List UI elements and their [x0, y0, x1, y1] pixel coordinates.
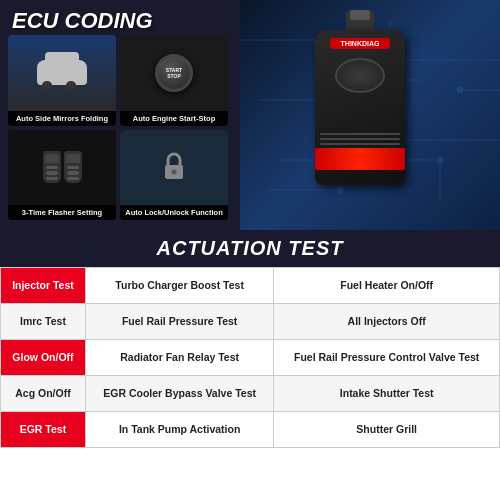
table-cell: Imrc Test: [1, 304, 86, 340]
device-connector: [346, 10, 374, 30]
table-cell: Acg On/Off: [1, 376, 86, 412]
device-body: THINKDIAG: [315, 30, 405, 185]
flasher-label: 3-Time Flasher Setting: [8, 205, 116, 220]
table-cell: Shutter Grill: [274, 412, 500, 448]
actuation-title: ACTUATION TEST: [0, 230, 500, 267]
table-row: Injector TestTurbo Charger Boost TestFue…: [1, 268, 500, 304]
table-cell: EGR Test: [1, 412, 86, 448]
actuation-table: Injector TestTurbo Charger Boost TestFue…: [0, 267, 500, 448]
start-button-icon: STARTSTOP: [155, 54, 193, 92]
mirrors-image: [8, 35, 116, 111]
mirrors-label: Auto Side Mirrors Folding: [8, 111, 116, 126]
svg-point-20: [172, 170, 177, 175]
table-row: Imrc TestFuel Rail Pressure TestAll Inje…: [1, 304, 500, 340]
top-section: ECU CODING: [0, 0, 500, 230]
feature-flasher: 3-Time Flasher Setting: [8, 130, 116, 221]
table-cell: EGR Cooler Bypass Valve Test: [85, 376, 273, 412]
table-row: Acg On/OffEGR Cooler Bypass Valve TestIn…: [1, 376, 500, 412]
table-cell: Radiator Fan Relay Test: [85, 340, 273, 376]
device-oval: [335, 58, 385, 93]
lockunlock-image: [120, 130, 228, 206]
table-cell: Injector Test: [1, 268, 86, 304]
table-row: Glow On/OffRadiator Fan Relay TestFuel R…: [1, 340, 500, 376]
table-cell: Glow On/Off: [1, 340, 86, 376]
table-cell: Fuel Rail Pressure Control Valve Test: [274, 340, 500, 376]
table-cell: Fuel Heater On/Off: [274, 268, 500, 304]
feature-grid: Auto Side Mirrors Folding STARTSTOP Auto…: [8, 35, 228, 220]
startstop-label: Auto Engine Start-Stop: [120, 111, 228, 126]
device-red-band: [315, 148, 405, 170]
table-cell: Turbo Charger Boost Test: [85, 268, 273, 304]
lockunlock-label: Auto Lock/Unlock Function: [120, 205, 228, 220]
device-brand-label: THINKDIAG: [330, 38, 390, 49]
table-cell: All Injectors Off: [274, 304, 500, 340]
feature-lockunlock: Auto Lock/Unlock Function: [120, 130, 228, 221]
table-row: EGR TestIn Tank Pump ActivationShutter G…: [1, 412, 500, 448]
bottom-section: ACTUATION TEST Injector TestTurbo Charge…: [0, 230, 500, 500]
feature-mirrors: Auto Side Mirrors Folding: [8, 35, 116, 126]
startstop-image: STARTSTOP: [120, 35, 228, 111]
lock-icon: [156, 149, 192, 185]
flasher-image: [8, 130, 116, 206]
ecu-coding-title: ECU CODING: [12, 8, 153, 34]
table-cell: In Tank Pump Activation: [85, 412, 273, 448]
device-image: THINKDIAG: [310, 10, 410, 190]
feature-startstop: STARTSTOP Auto Engine Start-Stop: [120, 35, 228, 126]
table-cell: Intake Shutter Test: [274, 376, 500, 412]
table-cell: Fuel Rail Pressure Test: [85, 304, 273, 340]
svg-point-11: [437, 157, 443, 163]
svg-point-18: [457, 87, 463, 93]
